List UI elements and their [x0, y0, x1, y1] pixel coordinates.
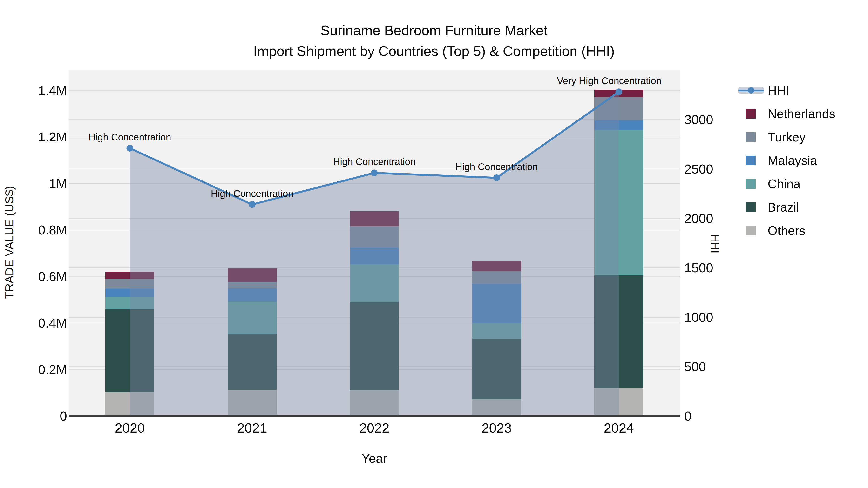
x-tick-2021: 2021 [216, 421, 288, 435]
legend-label-china: China [768, 177, 801, 191]
annotation-2021: High Concentration [211, 188, 293, 199]
figure: Suriname Bedroom Furniture Market Import… [0, 0, 868, 488]
x-axis-title: Year [69, 451, 680, 465]
y-right-tick-500: 500 [684, 360, 747, 373]
hhi-area-fill [130, 92, 619, 416]
hhi-marker-2020[interactable] [127, 145, 133, 152]
annotation-2022: High Concentration [333, 156, 415, 167]
y-right-tick-3000: 3000 [684, 113, 747, 126]
hhi-marker-2024[interactable] [616, 89, 622, 95]
legend-item-china[interactable]: China [738, 172, 801, 195]
y-left-tick-1M: 1M [4, 177, 67, 190]
x-tick-2020: 2020 [94, 421, 166, 435]
y-left-tick-1.2M: 1.2M [4, 130, 67, 143]
y-left-tick-1.4M: 1.4M [4, 84, 67, 97]
legend-label-turkey: Turkey [768, 130, 806, 144]
x-tick-2024: 2024 [583, 421, 655, 435]
legend-label-others: Others [768, 223, 805, 238]
y-left-tick-0: 0 [4, 410, 67, 422]
y-right-tick-2500: 2500 [684, 162, 747, 175]
annotation-2020: High Concentration [89, 132, 171, 142]
hhi-line-icon [738, 78, 764, 102]
y-right-tick-0: 0 [684, 410, 747, 422]
netherlands-swatch-icon [738, 102, 764, 125]
legend-label-brazil: Brazil [768, 200, 799, 215]
legend-item-brazil[interactable]: Brazil [738, 195, 799, 219]
annotation-2023: High Concentration [455, 161, 538, 172]
y-axis-right-title: HHI [708, 229, 721, 258]
hhi-marker-2022[interactable] [371, 169, 378, 176]
hhi-marker-2021[interactable] [249, 201, 255, 208]
legend-label-hhi: HHI [768, 83, 789, 98]
x-tick-2023: 2023 [461, 421, 533, 435]
legend-item-malaysia[interactable]: Malaysia [738, 149, 817, 172]
hhi-marker-2023[interactable] [493, 174, 500, 181]
y-left-tick-0.2M: 0.2M [4, 363, 67, 376]
legend-item-hhi[interactable]: HHI [738, 78, 789, 102]
legend-label-malaysia: Malaysia [768, 153, 817, 168]
x-tick-2022: 2022 [338, 421, 411, 435]
y-left-tick-0.6M: 0.6M [4, 270, 67, 283]
y-right-tick-1000: 1000 [684, 311, 747, 324]
turkey-swatch-icon [738, 125, 764, 149]
legend-item-others[interactable]: Others [738, 219, 805, 242]
malaysia-swatch-icon [738, 149, 764, 172]
brazil-swatch-icon [738, 195, 764, 219]
legend-label-netherlands: Netherlands [768, 106, 835, 121]
y-right-tick-1500: 1500 [684, 261, 747, 274]
legend-item-netherlands[interactable]: Netherlands [738, 102, 835, 125]
annotation-2024: Very High Concentration [557, 75, 661, 86]
others-swatch-icon [738, 219, 764, 242]
y-left-tick-0.8M: 0.8M [4, 223, 67, 236]
y-left-tick-0.4M: 0.4M [4, 317, 67, 329]
legend-item-turkey[interactable]: Turkey [738, 125, 806, 149]
y-right-tick-2000: 2000 [684, 212, 747, 225]
x-axis-line [69, 415, 680, 417]
china-swatch-icon [738, 172, 764, 195]
